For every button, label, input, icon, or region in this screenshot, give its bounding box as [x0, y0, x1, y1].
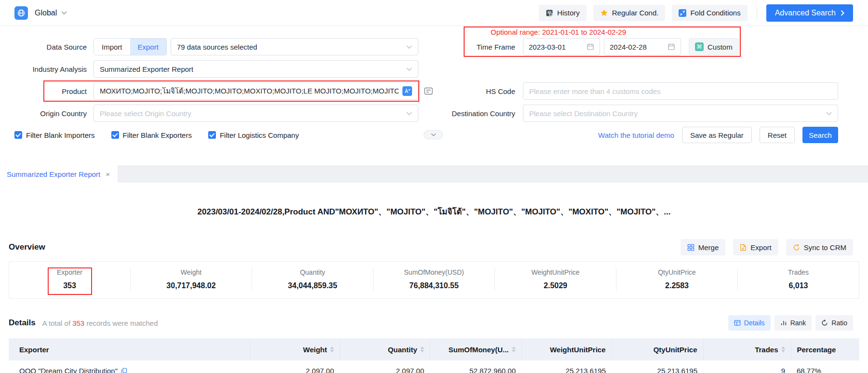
history-button[interactable]: History — [539, 5, 587, 21]
sync-to-crm-button[interactable]: Sync to CRM — [786, 239, 853, 255]
overview-stats-card: Exporter 353 Weight 30,717,948.02 Quanti… — [9, 261, 859, 299]
hs-code-label: HS Code — [433, 87, 515, 95]
record-count: 353 — [72, 319, 84, 327]
search-form: Data Source Import Export 79 data source… — [0, 26, 868, 158]
hs-code-input-wrap — [523, 82, 838, 100]
product-input[interactable] — [100, 87, 399, 95]
destination-country-select[interactable]: Please select Destination Country — [523, 105, 838, 122]
overview-title: Overview — [9, 242, 45, 252]
destination-country-label: Destination Country — [433, 109, 515, 118]
table-header-row: Exporter Weight Quantity SumOfMoney(U...… — [9, 338, 859, 360]
sort-icon[interactable] — [781, 346, 785, 352]
batch-input-icon[interactable] — [424, 86, 433, 96]
cell-weight-unit-price: 25,213.6195 — [521, 360, 612, 373]
cell-quantity: 2,097.00 — [340, 360, 430, 373]
reset-button[interactable]: Reset — [760, 127, 795, 143]
advanced-search-button[interactable]: Advanced Search — [766, 4, 853, 22]
topbar: Global History Regular Cond. Fold Condit… — [0, 0, 868, 26]
checkbox-checked-icon — [14, 131, 22, 139]
query-summary-line: 2023/03/01-2024/02/28,Product AND"МОХИТО… — [0, 205, 868, 218]
sort-icon[interactable] — [512, 346, 516, 352]
start-date-input[interactable]: 2023-03-01 — [523, 38, 600, 55]
topbar-actions: History Regular Cond. Fold Conditions Ad… — [539, 4, 853, 22]
chevron-right-icon — [841, 10, 844, 16]
sync-icon — [793, 244, 800, 251]
divider — [757, 7, 757, 19]
history-icon — [546, 9, 553, 17]
details-table: Exporter Weight Quantity SumOfMoney(U...… — [9, 338, 859, 373]
export-toggle[interactable]: Export — [130, 39, 166, 55]
product-label: Product — [14, 87, 87, 95]
checkbox-checked-icon — [111, 131, 119, 139]
merge-icon — [687, 244, 694, 251]
filter-logistics-company-checkbox[interactable]: Filter Logistics Company — [208, 131, 299, 139]
chevron-down-icon — [406, 67, 412, 71]
view-rank-button[interactable]: Rank — [775, 315, 812, 331]
tab-bar: Summarized Exporter Report × — [0, 165, 868, 183]
command-icon: ⌘ — [695, 42, 704, 51]
close-icon[interactable]: × — [106, 171, 110, 178]
ratio-refresh-icon — [821, 320, 828, 326]
table-view-icon — [734, 320, 741, 326]
stat-sum-of-money: SumOfMoney(USD) 76,884,310.55 — [373, 268, 494, 291]
chevron-down-icon[interactable] — [61, 11, 67, 14]
merge-button[interactable]: Merge — [681, 239, 726, 255]
search-button[interactable]: Search — [802, 127, 838, 143]
cell-percentage: 68.77% — [791, 360, 859, 373]
calendar-icon — [587, 43, 594, 51]
industry-analysis-select[interactable]: Summarized Exporter Report — [93, 60, 418, 78]
industry-analysis-label: Industry Analysis — [14, 65, 87, 73]
sort-icon[interactable] — [330, 346, 334, 352]
data-source-select[interactable]: 79 data sources selected — [171, 38, 418, 55]
cell-weight: 2,097.00 — [250, 360, 340, 373]
filter-blank-importers-checkbox[interactable]: Filter Blank Importers — [14, 131, 95, 139]
data-source-toggle: Import Export — [93, 38, 167, 55]
sort-icon[interactable] — [420, 346, 424, 352]
filter-blank-exporters-checkbox[interactable]: Filter Blank Exporters — [111, 131, 192, 139]
exporter-name[interactable]: OOO "Dream City Distribution" — [19, 367, 118, 373]
tab-summarized-exporter-report[interactable]: Summarized Exporter Report × — [0, 165, 118, 183]
save-as-regular-button[interactable]: Save as Regular — [682, 127, 752, 143]
view-details-button[interactable]: Details — [728, 315, 771, 331]
cell-trades: 9 — [703, 360, 791, 373]
col-header-sum-of-money[interactable]: SumOfMoney(U... — [430, 338, 521, 360]
col-header-quantity[interactable]: Quantity — [340, 338, 430, 360]
stat-quantity: Quantity 34,044,859.35 — [252, 268, 373, 291]
filters-row: Filter Blank Importers Filter Blank Expo… — [14, 130, 853, 140]
bar-chart-icon — [780, 320, 787, 326]
star-icon — [600, 9, 608, 17]
stat-weight-unit-price: WeightUnitPrice 2.5029 — [494, 268, 616, 291]
origin-country-label: Origin Country — [14, 109, 87, 118]
region-selector-label[interactable]: Global — [35, 9, 57, 17]
data-source-label: Data Source — [14, 43, 87, 51]
chevron-down-icon — [406, 45, 412, 49]
stat-exporter: Exporter 353 — [9, 268, 130, 291]
calendar-icon — [668, 43, 675, 51]
col-header-exporter: Exporter — [9, 338, 250, 360]
app-logo-icon[interactable] — [14, 6, 28, 20]
time-frame-label: Time Frame — [433, 43, 515, 51]
custom-range-button[interactable]: ⌘ Custom — [689, 38, 739, 55]
hs-code-input[interactable] — [529, 87, 832, 95]
tutorial-demo-link[interactable]: Watch the tutorial demo — [598, 131, 674, 139]
origin-country-select[interactable]: Please select Origin Country — [93, 105, 418, 122]
details-title: Details — [9, 318, 36, 328]
view-ratio-button[interactable]: Ratio — [815, 315, 853, 331]
collapse-conditions-toggle[interactable] — [424, 130, 443, 139]
translate-icon[interactable] — [402, 86, 412, 96]
regular-cond-button[interactable]: Regular Cond. — [593, 5, 666, 21]
end-date-input[interactable]: 2024-02-28 — [604, 38, 681, 55]
col-header-trades[interactable]: Trades — [703, 338, 791, 360]
col-header-weight[interactable]: Weight — [250, 338, 340, 360]
cell-qty-unit-price: 25,213.6195 — [612, 360, 703, 373]
chevron-down-icon — [406, 112, 412, 115]
chevron-down-icon — [826, 112, 832, 115]
cell-sum-of-money: 52,872,960.00 — [430, 360, 521, 373]
copy-icon[interactable] — [121, 368, 127, 373]
export-button[interactable]: Export — [733, 239, 778, 255]
spacer — [0, 158, 868, 165]
import-toggle[interactable]: Import — [94, 39, 130, 55]
stat-qty-unit-price: QtyUnitPrice 2.2583 — [616, 268, 737, 291]
fold-icon — [679, 9, 686, 17]
fold-conditions-button[interactable]: Fold Conditions — [672, 5, 747, 21]
